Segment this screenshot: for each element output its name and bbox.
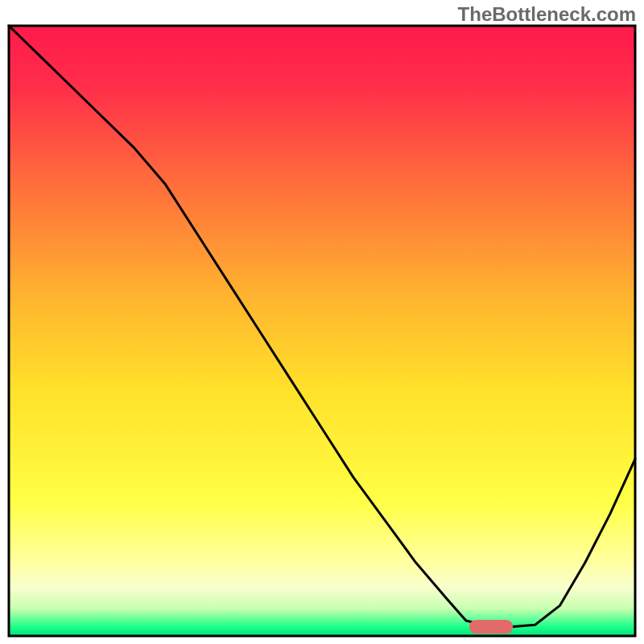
optimal-range-marker	[469, 620, 513, 634]
watermark-text: TheBottleneck.com	[458, 3, 636, 26]
chart-container: TheBottleneck.com	[0, 0, 644, 644]
chart-svg	[0, 0, 644, 644]
